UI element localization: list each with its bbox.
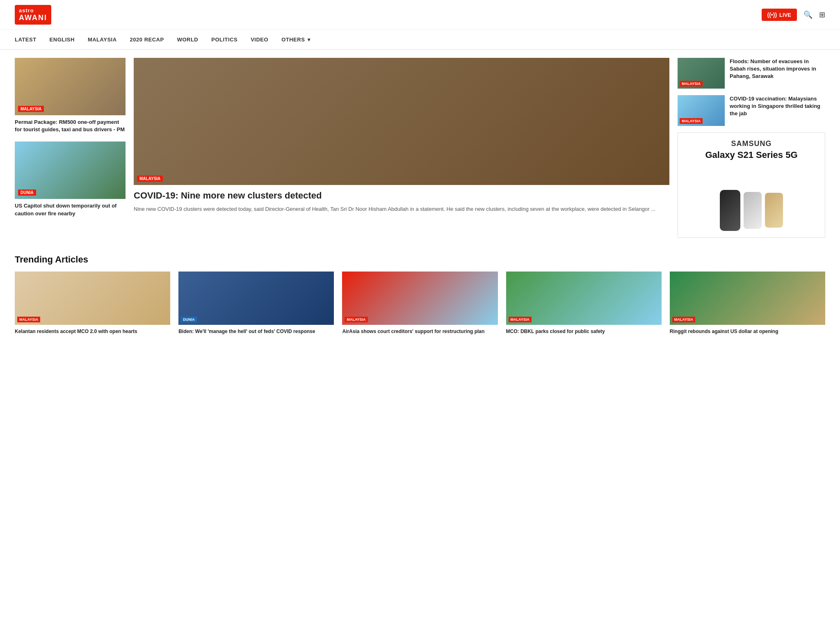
logo-awani: AWANI — [19, 14, 47, 22]
live-button[interactable]: ((•)) LIVE — [762, 9, 797, 21]
ad-phones-display — [685, 165, 818, 231]
trending-item-3-title: MCO: DBKL parks closed for public safety — [506, 328, 662, 335]
trending-title: Trending Articles — [15, 254, 825, 265]
search-icon: 🔍 — [803, 11, 813, 19]
trending-section: Trending Articles MALAYSIA Kelantan resi… — [0, 246, 840, 347]
trending-item-0-tag: MALAYSIA — [17, 317, 40, 322]
trending-item-2-image: MALAYSIA — [342, 272, 498, 325]
left-article-0-title: Permai Package: RM500 one-off payment fo… — [15, 119, 126, 133]
right-column: MALAYSIA Floods: Number of evacuees in S… — [678, 58, 825, 238]
left-article-0-tag: MALAYSIA — [18, 106, 44, 112]
trending-item-3-image: MALAYSIA — [506, 272, 662, 325]
phone-dark — [720, 190, 740, 231]
left-article-1[interactable]: DUNIA US Capitol shut down temporarily o… — [15, 142, 126, 217]
grid-menu-button[interactable]: ⊞ — [819, 10, 825, 19]
trending-item-4-image: MALAYSIA — [670, 272, 825, 325]
center-article[interactable]: MALAYSIA COVID-19: Nine more new cluster… — [134, 58, 669, 213]
navigation: LATEST ENGLISH MALAYSIA 2020 RECAP WORLD… — [0, 30, 840, 50]
trending-item-3[interactable]: MALAYSIA MCO: DBKL parks closed for publ… — [506, 272, 662, 335]
logo[interactable]: astro AWANI — [15, 5, 51, 25]
nav-item-english[interactable]: ENGLISH — [50, 30, 75, 49]
trending-item-4-title: Ringgit rebounds against US dollar at op… — [670, 328, 825, 335]
right-article-0-image: MALAYSIA — [678, 58, 725, 89]
trending-item-2-title: AirAsia shows court creditors' support f… — [342, 328, 498, 335]
live-label: LIVE — [779, 12, 791, 18]
trending-item-1[interactable]: DUNIA Biden: We'll 'manage the hell' out… — [178, 272, 334, 335]
trending-grid: MALAYSIA Kelantan residents accept MCO 2… — [15, 272, 825, 335]
right-article-0-title: Floods: Number of evacuees in Sabah rise… — [730, 58, 825, 80]
main-content: MALAYSIA Permai Package: RM500 one-off p… — [0, 50, 840, 246]
right-article-1[interactable]: MALAYSIA COVID-19 vaccination: Malaysian… — [678, 95, 825, 126]
logo-box: astro AWANI — [15, 5, 51, 25]
right-article-0-tag: MALAYSIA — [680, 81, 703, 87]
right-article-1-title: COVID-19 vaccination: Malaysians working… — [730, 95, 825, 118]
nav-item-latest[interactable]: LATEST — [15, 30, 37, 49]
left-article-0[interactable]: MALAYSIA Permai Package: RM500 one-off p… — [15, 58, 126, 133]
center-article-description: Nine new COVID-19 clusters were detected… — [134, 205, 669, 214]
ad-product: Galaxy S21 Series 5G — [685, 150, 818, 160]
center-article-tag: MALAYSIA — [137, 176, 163, 182]
logo-astro: astro — [19, 7, 47, 14]
left-article-1-tag: DUNIA — [18, 189, 36, 196]
right-article-1-image: MALAYSIA — [678, 95, 725, 126]
phone-silver — [744, 192, 762, 229]
advertisement-banner: SAMSUNG Galaxy S21 Series 5G — [678, 132, 825, 238]
trending-item-4[interactable]: MALAYSIA Ringgit rebounds against US dol… — [670, 272, 825, 335]
nav-item-others[interactable]: OTHERS ▼ — [281, 30, 312, 49]
search-button[interactable]: 🔍 — [803, 10, 813, 19]
right-article-1-tag: MALAYSIA — [680, 118, 703, 124]
trending-item-1-image: DUNIA — [178, 272, 334, 325]
trending-item-0-title: Kelantan residents accept MCO 2.0 with o… — [15, 328, 170, 335]
trending-item-2[interactable]: MALAYSIA AirAsia shows court creditors' … — [342, 272, 498, 335]
center-column: MALAYSIA COVID-19: Nine more new cluster… — [134, 58, 669, 238]
left-article-1-title: US Capitol shut down temporarily out of … — [15, 202, 126, 217]
left-column: MALAYSIA Permai Package: RM500 one-off p… — [15, 58, 126, 238]
nav-others-label: OTHERS — [281, 37, 305, 43]
nav-item-2020recap[interactable]: 2020 RECAP — [130, 30, 164, 49]
center-article-image: MALAYSIA — [134, 58, 669, 185]
chevron-down-icon: ▼ — [306, 37, 311, 43]
header: astro AWANI ((•)) LIVE 🔍 ⊞ — [0, 0, 840, 30]
grid-icon: ⊞ — [819, 11, 825, 19]
nav-item-malaysia[interactable]: MALAYSIA — [88, 30, 117, 49]
header-right: ((•)) LIVE 🔍 ⊞ — [762, 9, 825, 21]
live-radio-icon: ((•)) — [767, 11, 777, 18]
trending-item-0-image: MALAYSIA — [15, 272, 170, 325]
phone-gold — [765, 193, 783, 228]
trending-item-1-title: Biden: We'll 'manage the hell' out of fe… — [178, 328, 334, 335]
trending-item-1-tag: DUNIA — [181, 317, 197, 322]
nav-item-politics[interactable]: POLITICS — [211, 30, 237, 49]
trending-item-4-tag: MALAYSIA — [672, 317, 695, 322]
nav-item-world[interactable]: WORLD — [177, 30, 199, 49]
trending-item-0[interactable]: MALAYSIA Kelantan residents accept MCO 2… — [15, 272, 170, 335]
left-article-1-image: DUNIA — [15, 142, 126, 199]
left-article-0-image: MALAYSIA — [15, 58, 126, 115]
ad-brand: SAMSUNG — [685, 139, 818, 148]
right-article-0[interactable]: MALAYSIA Floods: Number of evacuees in S… — [678, 58, 825, 89]
trending-item-3-tag: MALAYSIA — [509, 317, 532, 322]
center-article-title: COVID-19: Nine more new clusters detecte… — [134, 190, 669, 202]
trending-item-2-tag: MALAYSIA — [345, 317, 368, 322]
nav-item-video[interactable]: VIDEO — [251, 30, 268, 49]
